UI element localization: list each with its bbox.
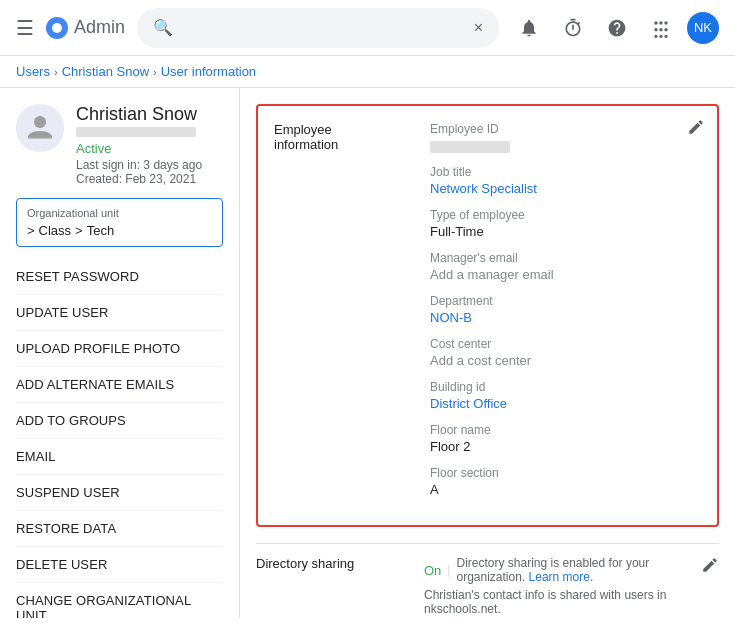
directory-divider: | bbox=[447, 563, 450, 577]
action-item-change-organizational-unit[interactable]: CHANGE ORGANIZATIONAL UNIT bbox=[16, 582, 223, 618]
breadcrumb-sep-2: › bbox=[153, 66, 157, 78]
org-path-tech: Tech bbox=[87, 223, 114, 238]
action-item-add-to-groups[interactable]: ADD TO GROUPS bbox=[16, 402, 223, 438]
breadcrumb-users[interactable]: Users bbox=[16, 64, 50, 79]
employee-field: DepartmentNON-B bbox=[430, 294, 701, 325]
employee-info-title: Employeeinformation bbox=[274, 122, 414, 152]
user-name: Christian Snow bbox=[76, 104, 202, 125]
main-content: Christian Snow Active Last sign in: 3 da… bbox=[0, 88, 735, 618]
org-unit-box[interactable]: Organizational unit > Class > Tech bbox=[16, 198, 223, 247]
user-created: Created: Feb 23, 2021 bbox=[76, 172, 202, 186]
directory-on-status: On bbox=[424, 563, 441, 578]
org-path-arrow1: > bbox=[27, 223, 35, 238]
employee-field: Manager's emailAdd a manager email bbox=[430, 251, 701, 282]
directory-sharing-row: Directory sharing On | Directory sharing… bbox=[256, 543, 719, 618]
field-label: Department bbox=[430, 294, 701, 308]
breadcrumb: Users › Christian Snow › User informatio… bbox=[0, 56, 735, 88]
field-value: Network Specialist bbox=[430, 181, 701, 196]
field-label: Manager's email bbox=[430, 251, 701, 265]
field-value bbox=[430, 141, 510, 153]
employee-field: Job titleNetwork Specialist bbox=[430, 165, 701, 196]
employee-field: Building idDistrict Office bbox=[430, 380, 701, 411]
breadcrumb-current: User information bbox=[161, 64, 256, 79]
field-value: District Office bbox=[430, 396, 701, 411]
action-item-add-alternate-emails[interactable]: ADD ALTERNATE EMAILS bbox=[16, 366, 223, 402]
org-path-class: Class bbox=[39, 223, 72, 238]
user-avatar[interactable]: NK bbox=[687, 12, 719, 44]
directory-learn-more-link[interactable]: Learn more. bbox=[529, 570, 594, 584]
action-item-update-user[interactable]: UPDATE USER bbox=[16, 294, 223, 330]
employee-field: Employee ID bbox=[430, 122, 701, 153]
header: ☰ Admin 🔍 × NK bbox=[0, 0, 735, 56]
directory-sharing-status: On | Directory sharing is enabled for yo… bbox=[424, 556, 693, 584]
action-item-restore-data[interactable]: RESTORE DATA bbox=[16, 510, 223, 546]
user-signin: Last sign in: 3 days ago bbox=[76, 158, 202, 172]
field-label: Building id bbox=[430, 380, 701, 394]
field-value: Floor 2 bbox=[430, 439, 701, 454]
timer-icon[interactable] bbox=[555, 10, 591, 46]
help-icon[interactable] bbox=[599, 10, 635, 46]
field-label: Employee ID bbox=[430, 122, 701, 136]
org-unit-label: Organizational unit bbox=[27, 207, 212, 219]
action-item-delete-user[interactable]: DELETE USER bbox=[16, 546, 223, 582]
menu-icon[interactable]: ☰ bbox=[16, 16, 34, 40]
action-item-suspend-user[interactable]: SUSPEND USER bbox=[16, 474, 223, 510]
user-avatar-icon bbox=[16, 104, 64, 152]
employee-field: Type of employeeFull-Time bbox=[430, 208, 701, 239]
action-item-email[interactable]: EMAIL bbox=[16, 438, 223, 474]
svg-point-0 bbox=[34, 116, 46, 128]
header-logo: Admin bbox=[46, 17, 125, 39]
directory-sharing-content: On | Directory sharing is enabled for yo… bbox=[424, 556, 693, 616]
directory-sharing-desc: Directory sharing is enabled for your or… bbox=[456, 556, 693, 584]
action-item-reset-password[interactable]: RESET PASSWORD bbox=[16, 259, 223, 294]
action-item-upload-profile-photo[interactable]: UPLOAD PROFILE PHOTO bbox=[16, 330, 223, 366]
field-label: Floor section bbox=[430, 466, 701, 480]
apps-grid-icon[interactable] bbox=[643, 10, 679, 46]
right-panel: Employeeinformation Employee IDJob title… bbox=[240, 88, 735, 618]
org-path-arrow2: > bbox=[75, 223, 83, 238]
action-list: RESET PASSWORDUPDATE USERUPLOAD PROFILE … bbox=[16, 259, 223, 618]
field-value: Full-Time bbox=[430, 224, 701, 239]
user-email bbox=[76, 127, 196, 137]
field-label: Cost center bbox=[430, 337, 701, 351]
field-label: Job title bbox=[430, 165, 701, 179]
search-icon: 🔍 bbox=[153, 18, 173, 37]
org-unit-path: > Class > Tech bbox=[27, 223, 212, 238]
employee-info-edit-icon[interactable] bbox=[687, 118, 705, 140]
search-clear-icon[interactable]: × bbox=[474, 19, 483, 37]
field-value: A bbox=[430, 482, 701, 497]
user-status: Active bbox=[76, 141, 202, 156]
field-value: Add a cost center bbox=[430, 353, 701, 368]
employee-field: Cost centerAdd a cost center bbox=[430, 337, 701, 368]
employee-fields: Employee IDJob titleNetwork SpecialistTy… bbox=[430, 122, 701, 509]
search-bar[interactable]: 🔍 × bbox=[137, 8, 499, 48]
field-label: Floor name bbox=[430, 423, 701, 437]
notification-bell-icon[interactable] bbox=[511, 10, 547, 46]
employee-field: Floor sectionA bbox=[430, 466, 701, 497]
header-icons: NK bbox=[511, 10, 719, 46]
user-info: Christian Snow Active Last sign in: 3 da… bbox=[76, 104, 202, 186]
logo-inner bbox=[52, 23, 62, 33]
search-input[interactable] bbox=[181, 20, 466, 36]
field-value: NON-B bbox=[430, 310, 701, 325]
logo-circle bbox=[46, 17, 68, 39]
field-label: Type of employee bbox=[430, 208, 701, 222]
directory-sharing-label: Directory sharing bbox=[256, 556, 416, 571]
directory-sharing-edit-icon[interactable] bbox=[701, 556, 719, 578]
user-card: Christian Snow Active Last sign in: 3 da… bbox=[16, 104, 223, 186]
logo-text: Admin bbox=[74, 17, 125, 38]
employee-info-card: Employeeinformation Employee IDJob title… bbox=[256, 104, 719, 527]
breadcrumb-user-name[interactable]: Christian Snow bbox=[62, 64, 149, 79]
breadcrumb-sep-1: › bbox=[54, 66, 58, 78]
field-value: Add a manager email bbox=[430, 267, 701, 282]
left-panel: Christian Snow Active Last sign in: 3 da… bbox=[0, 88, 240, 618]
employee-field: Floor nameFloor 2 bbox=[430, 423, 701, 454]
directory-sharing-sub: Christian's contact info is shared with … bbox=[424, 588, 693, 616]
